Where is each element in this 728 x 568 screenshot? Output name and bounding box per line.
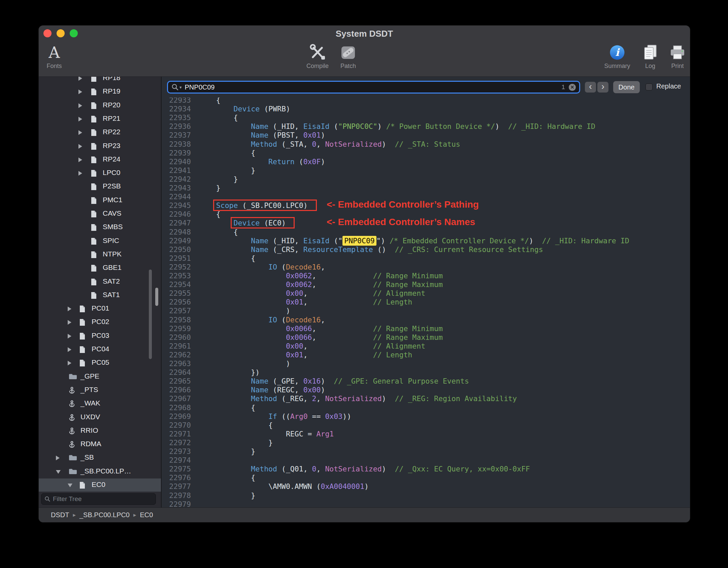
sidebar-item-rp21[interactable]: RP21: [39, 112, 161, 126]
sidebar-item-rdma[interactable]: RDMA: [39, 438, 161, 451]
disclosure-triangle-right-icon[interactable]: [68, 361, 71, 365]
disclosure-triangle-right-icon[interactable]: [68, 307, 71, 311]
line-number: 22937: [162, 131, 191, 140]
line-number: 22960: [162, 333, 191, 342]
sidebar-item-pmc1[interactable]: PMC1: [39, 194, 161, 207]
sidebar-item-p2sb[interactable]: P2SB: [39, 180, 161, 193]
breadcrumb-item[interactable]: _SB.PC00.LPC0: [79, 511, 130, 519]
code-line-text: ): [199, 359, 290, 368]
sidebar-item-pts[interactable]: _PTS: [39, 384, 161, 397]
line-number: 22940: [162, 157, 191, 166]
disclosure-triangle-right-icon[interactable]: [68, 320, 71, 325]
sidebar-item-pc03[interactable]: PC03: [39, 329, 161, 343]
line-number: 22967: [162, 394, 191, 403]
doc-icon: [91, 115, 97, 123]
code-line: 22970 {: [162, 421, 690, 430]
sidebar-scrollbar-thumb[interactable]: [149, 270, 152, 359]
find-previous-button[interactable]: ‹: [585, 82, 596, 93]
sidebar-item-pc04[interactable]: PC04: [39, 343, 161, 356]
annotation-box: [231, 217, 295, 228]
chevron-down-icon[interactable]: ▾: [179, 85, 182, 90]
disclosure-triangle-right-icon[interactable]: [56, 456, 60, 460]
sidebar-item-lpc0[interactable]: LPC0: [39, 167, 161, 180]
disclosure-triangle-right-icon[interactable]: [78, 144, 82, 149]
sidebar-item-label: PC02: [92, 318, 109, 326]
compile-toolbar-button[interactable]: Compile: [300, 43, 335, 70]
disclosure-triangle-right-icon[interactable]: [68, 334, 71, 339]
sidebar-item-wak[interactable]: _WAK: [39, 397, 161, 411]
disclosure-triangle-right-icon[interactable]: [78, 77, 82, 81]
sidebar-item-rp19[interactable]: RP19: [39, 85, 161, 99]
disclosure-triangle-down-icon[interactable]: [56, 470, 61, 474]
sidebar-item-pc01[interactable]: PC01: [39, 302, 161, 316]
summary-toolbar-button[interactable]: iSummary: [599, 43, 635, 70]
magnifier-icon: [171, 83, 179, 91]
line-number: 22976: [162, 473, 191, 482]
sidebar-item-spic[interactable]: SPIC: [39, 235, 161, 248]
disclosure-triangle-right-icon[interactable]: [68, 347, 71, 352]
sidebar-item-rrio[interactable]: RRIO: [39, 424, 161, 438]
filter-tree-input[interactable]: Filter Tree: [41, 493, 156, 505]
sidebar-item-smbs[interactable]: SMBS: [39, 221, 161, 234]
sidebar-item-cavs[interactable]: CAVS: [39, 207, 161, 221]
sidebar-item-sat2[interactable]: SAT2: [39, 275, 161, 289]
sidebar-item-gbe1[interactable]: GBE1: [39, 261, 161, 275]
code-line: 22934 Device (PWRB): [162, 104, 690, 113]
sidebar-item-rp20[interactable]: RP20: [39, 99, 161, 112]
sidebar-item-rp23[interactable]: RP23: [39, 140, 161, 153]
log-toolbar-button[interactable]: Log: [640, 43, 660, 70]
code-line-text: {: [199, 227, 238, 237]
code-line: 22977 \AMW0.AMWN (0xA0040001): [162, 482, 690, 491]
done-button[interactable]: Done: [613, 81, 640, 93]
disclosure-triangle-right-icon[interactable]: [78, 103, 82, 108]
sidebar-item-rp22[interactable]: RP22: [39, 126, 161, 139]
code-line: 22967 Method (_REG, 2, NotSerialized) //…: [162, 394, 690, 403]
sidebar-item-uxdv[interactable]: UXDV: [39, 411, 161, 424]
line-number: 22941: [162, 166, 191, 175]
code-line-text: {: [199, 113, 238, 122]
disclosure-triangle-right-icon[interactable]: [78, 90, 82, 94]
disclosure-triangle-right-icon[interactable]: [78, 157, 82, 162]
patch-icon: [333, 43, 363, 62]
replace-checkbox[interactable]: [646, 83, 653, 91]
code-line: 22942 }: [162, 175, 690, 184]
sidebar-item-pc05[interactable]: PC05: [39, 356, 161, 370]
sidebar-item-ntpk[interactable]: NTPK: [39, 248, 161, 261]
code-line: 22958 IO (Decode16,: [162, 315, 690, 324]
disclosure-triangle-down-icon[interactable]: [68, 484, 72, 487]
toolbar-item-label: Fonts: [41, 63, 68, 70]
disclosure-triangle-right-icon[interactable]: [78, 117, 82, 121]
code-line: 22965 Name (_GPE, 0x16) // _GPE: General…: [162, 377, 690, 386]
print-toolbar-button[interactable]: Print: [665, 43, 690, 70]
pane-scrollbar-thumb[interactable]: [155, 288, 158, 306]
search-input[interactable]: ▾ PNP0C09 1 ✕: [167, 81, 580, 94]
sidebar-item-pc02[interactable]: PC02: [39, 316, 161, 329]
sidebar-item-sat1[interactable]: SAT1: [39, 289, 161, 302]
code-line-text: 0x0062, // Range Minimum: [199, 271, 443, 280]
disclosure-triangle-right-icon[interactable]: [78, 130, 82, 135]
breadcrumb-item[interactable]: DSDT: [51, 511, 69, 519]
code-line: 22971 REGC = Arg1: [162, 429, 690, 438]
code-line-text: Name (_HID, EisaId ("PNP0C09") /* Embedd…: [199, 236, 629, 245]
code-line-text: Method (_STA, 0, NotSerialized) // _STA:…: [199, 140, 460, 149]
sidebar-item-gpe[interactable]: _GPE: [39, 370, 161, 384]
disclosure-triangle-right-icon[interactable]: [78, 171, 82, 176]
code-line: 22939 {: [162, 148, 690, 157]
line-number: 22950: [162, 245, 191, 254]
patch-toolbar-button[interactable]: Patch: [333, 43, 363, 70]
sidebar-item-sb[interactable]: _SB: [39, 451, 161, 465]
code-editor[interactable]: 22933 {22934 Device (PWRB)22935 {22936 N…: [162, 77, 690, 507]
fonts-toolbar-button[interactable]: AFonts: [41, 43, 68, 70]
sidebar-item-label: _SB: [80, 453, 94, 461]
doc-icon: [91, 183, 97, 190]
method-icon: [69, 441, 75, 449]
sidebar-item-rp18[interactable]: RP18: [39, 77, 161, 85]
sidebar-item-label: _SB.PC00.LP…: [80, 467, 131, 475]
clear-search-icon[interactable]: ✕: [569, 84, 576, 91]
sidebar-item-label: _WAK: [80, 399, 100, 407]
sidebar-item-sb-pc00-lp[interactable]: _SB.PC00.LP…: [39, 465, 161, 478]
sidebar-item-rp24[interactable]: RP24: [39, 153, 161, 167]
find-next-button[interactable]: ›: [597, 82, 608, 93]
sidebar-item-ec0[interactable]: EC0: [39, 478, 161, 492]
breadcrumb-item[interactable]: EC0: [140, 511, 153, 519]
